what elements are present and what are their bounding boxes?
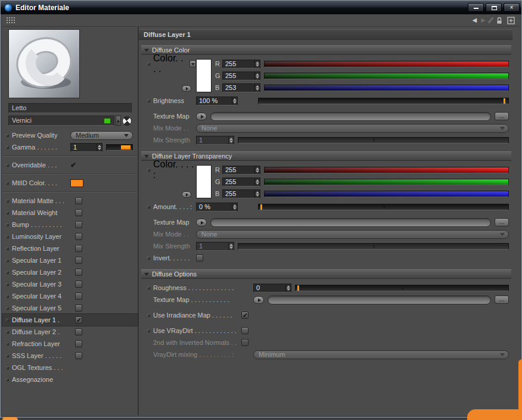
mix-strength-spinner[interactable]: 1 [196, 242, 234, 251]
spinner-arrows[interactable] [254, 84, 260, 92]
texture-map-field[interactable] [210, 218, 491, 227]
brightness-spinner[interactable]: 100 % [196, 97, 238, 105]
preview-quality-select[interactable]: Medium [70, 131, 133, 140]
blue-value-spinner[interactable]: 255 [222, 189, 260, 198]
red-slider[interactable] [264, 61, 509, 67]
material-slot-field[interactable]: Vernici [8, 116, 114, 126]
sidebar-item-assegnazione[interactable]: Assegnazione [2, 374, 138, 385]
material-name-field[interactable]: Letto [8, 103, 132, 113]
overridable-checkbox[interactable]: ✔ [70, 161, 76, 169]
blue-slider[interactable] [264, 85, 509, 91]
spinner-arrows[interactable] [97, 144, 102, 151]
sidebar-item-ogl-textures[interactable]: OGL Textures . . . [2, 362, 138, 374]
channel-checkbox[interactable] [75, 281, 82, 288]
mix-strength-slider[interactable] [238, 243, 509, 250]
roughness-slider[interactable] [295, 285, 509, 291]
green-slider[interactable] [264, 73, 509, 79]
spinner-arrows[interactable] [228, 242, 234, 250]
minimize-button[interactable] [468, 3, 484, 12]
spinner-arrows[interactable] [228, 136, 234, 144]
sidebar-item-luminosity-layer[interactable]: Luminosity Layer [2, 231, 138, 242]
transparency-color-swatch[interactable] [196, 165, 212, 198]
history-back-icon[interactable]: ◀ [473, 16, 477, 24]
sidebar-item-refraction-layer[interactable]: Refraction Layer [2, 338, 138, 350]
blue-value-spinner[interactable]: 253 [222, 83, 260, 92]
channel-checkbox[interactable] [75, 245, 82, 252]
section-header-transparency[interactable]: Diffuse Layer Transparency [141, 151, 511, 161]
channel-checkbox[interactable] [75, 209, 82, 216]
texture-map-field[interactable] [268, 295, 491, 304]
sidebar-item-specular-layer-5[interactable]: Specular Layer 5 [2, 302, 138, 314]
spinner-arrows[interactable] [254, 178, 260, 186]
green-value-spinner[interactable]: 255 [222, 178, 260, 186]
color-texture-shortcut-button[interactable] [182, 191, 191, 198]
spinner-arrows[interactable] [232, 97, 237, 105]
channel-checkbox[interactable] [75, 221, 82, 228]
spinner-arrows[interactable] [254, 72, 260, 80]
material-preview[interactable] [8, 29, 80, 98]
sidebar-item-reflection-layer[interactable]: Reflection Layer [2, 242, 138, 254]
red-value-spinner[interactable]: 255 [222, 60, 260, 69]
add-panel-icon[interactable] [507, 17, 515, 24]
section-header-diffuse-color[interactable]: Diffuse Color [141, 45, 511, 55]
vraydirt-mixing-select[interactable]: Minimum [253, 350, 509, 359]
mix-strength-slider[interactable] [238, 137, 509, 144]
inverted-normals-checkbox[interactable] [241, 339, 248, 346]
channel-checkbox[interactable] [75, 233, 82, 240]
use-vraydirt-checkbox[interactable] [241, 327, 248, 334]
green-slider[interactable] [264, 179, 509, 185]
spinner-arrows[interactable] [285, 284, 291, 292]
texture-link-button[interactable] [253, 296, 264, 304]
titlebar[interactable]: Editor Materiale × [1, 1, 521, 14]
sidebar-item-specular-layer-4[interactable]: Specular Layer 4 [2, 290, 138, 302]
mix-mode-select[interactable]: None [196, 124, 509, 133]
slider-handle[interactable] [297, 285, 299, 291]
material-slot-color-swatch[interactable] [104, 118, 111, 124]
sidebar-item-diffuse-layer-2[interactable]: Diffuse Layer 2 . [2, 326, 138, 338]
invert-checkbox[interactable] [196, 254, 203, 262]
slider-handle[interactable] [260, 204, 262, 210]
browse-texture-button[interactable]: ... [495, 295, 509, 304]
sidebar-item-specular-layer-2[interactable]: Specular Layer 2 [2, 266, 138, 278]
gamma-slider[interactable] [106, 144, 133, 151]
roughness-spinner[interactable]: 0 [253, 284, 291, 293]
color-texture-shortcut-button[interactable] [182, 85, 191, 92]
red-value-spinner[interactable]: 255 [222, 166, 260, 175]
close-button[interactable]: × [504, 3, 520, 12]
amount-spinner[interactable]: 0 % [196, 203, 238, 211]
spinner-arrows[interactable] [232, 203, 237, 211]
drag-handle-icon[interactable] [6, 17, 15, 24]
sidebar-item-specular-layer-1[interactable]: Specular Layer 1 [2, 254, 138, 266]
channel-checkbox[interactable] [75, 257, 82, 264]
maximize-button[interactable] [486, 3, 502, 12]
spinner-arrows[interactable] [254, 166, 260, 174]
use-irradiance-checkbox[interactable] [241, 312, 248, 319]
sidebar-item-bump[interactable]: Bump . . . . . . . . . [2, 219, 138, 231]
color-menu-button[interactable] [189, 60, 196, 67]
channel-checkbox[interactable] [75, 304, 82, 312]
channel-checkbox[interactable] [75, 269, 82, 276]
brightness-slider[interactable] [258, 98, 509, 104]
channel-checkbox[interactable] [75, 340, 82, 347]
channel-checkbox[interactable] [75, 197, 82, 204]
channel-checkbox[interactable] [75, 293, 82, 300]
channel-checkbox[interactable] [75, 328, 82, 335]
browse-texture-button[interactable]: ... [495, 112, 509, 120]
lock-icon[interactable] [496, 17, 503, 24]
texture-ball-icon[interactable] [122, 116, 132, 126]
gamma-spinner[interactable]: 1 [70, 143, 102, 152]
sidebar-item-diffuse-layer-1[interactable]: Diffuse Layer 1 . [2, 314, 138, 326]
material-slot-expand-button[interactable] [116, 116, 121, 126]
section-header-diffuse-options[interactable]: Diffuse Options [141, 269, 511, 279]
blue-slider[interactable] [264, 191, 509, 197]
pen-icon[interactable] [487, 17, 493, 23]
channel-checkbox[interactable] [75, 316, 82, 323]
channel-checkbox[interactable] [75, 352, 82, 359]
green-value-spinner[interactable]: 255 [222, 71, 260, 80]
red-slider[interactable] [264, 167, 509, 173]
sidebar-item-material-weight[interactable]: Material Weight [2, 207, 138, 219]
sidebar-item-sss-layer[interactable]: SSS Layer . . . . . [2, 350, 138, 362]
mix-strength-spinner[interactable]: 1 [196, 136, 234, 145]
diffuse-color-swatch[interactable] [196, 59, 212, 92]
texture-link-button[interactable] [196, 219, 207, 226]
